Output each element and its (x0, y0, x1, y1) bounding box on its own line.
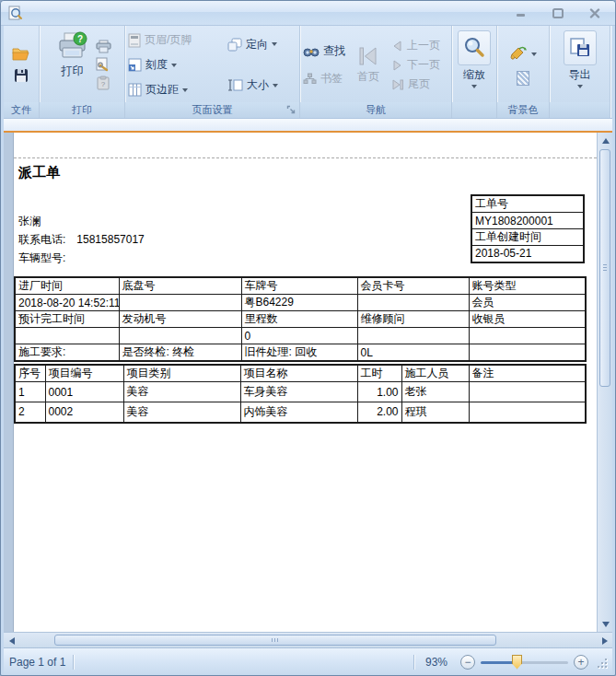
save-button[interactable] (14, 68, 29, 83)
bookmark-label: 书签 (320, 71, 343, 87)
table-cell: 2018-05-21 (471, 246, 584, 262)
table-cell (15, 328, 119, 344)
window-controls (510, 6, 606, 19)
prev-page-button[interactable]: 上一页 (391, 38, 440, 54)
scroll-down-button[interactable] (598, 616, 612, 632)
table-cell: 会员 (469, 295, 586, 311)
table-cell: 车身美容 (240, 382, 357, 402)
vertical-scrollbar[interactable] (597, 133, 612, 632)
group-label-zoom (452, 102, 496, 118)
print-preview-icon (7, 6, 23, 21)
margins-button[interactable]: 页边距 (128, 79, 188, 100)
prev-page-icon (391, 41, 403, 52)
ribbon-group-zoom: 缩放 (452, 26, 497, 118)
zoom-slider-thumb[interactable] (512, 655, 522, 670)
group-label-background: 背景色 (497, 102, 549, 118)
resize-grip[interactable] (596, 657, 607, 668)
export-label: 导出 (569, 67, 591, 83)
scroll-up-button[interactable] (598, 133, 612, 148)
zoom-out-button[interactable]: − (460, 655, 475, 670)
order-number-box: 工单号 MY1808200001 工单创建时间 2018-05-21 (471, 194, 585, 263)
ribbon: 文件 ? 打印 (4, 26, 612, 119)
table-cell: 底盘号 (119, 277, 241, 295)
export-button[interactable]: 导出 (560, 29, 600, 100)
zoom-label: 缩放 (463, 67, 485, 83)
minimize-button[interactable] (510, 6, 532, 19)
table-header-cell: 项目类别 (123, 365, 240, 382)
document-viewport: 派工单 张澜 联系电话:15815857017 车辆型号: 工单号 MY1808… (4, 133, 612, 632)
zoom-slider[interactable] (481, 655, 568, 670)
next-page-button[interactable]: 下一页 (391, 57, 440, 74)
find-button[interactable]: 查找 (303, 42, 345, 61)
ribbon-group-background: 背景色 (497, 26, 550, 118)
size-button[interactable]: 大小 (227, 75, 278, 96)
horizontal-scroll-thumb[interactable] (54, 635, 496, 646)
next-page-icon (391, 60, 403, 71)
table-cell: 预计完工时间 (15, 311, 119, 328)
table-cell: 1 (15, 382, 45, 402)
statusbar-separator (413, 655, 414, 670)
horizontal-scrollbar[interactable] (4, 632, 612, 647)
group-label-text: 文件 (11, 103, 31, 117)
ribbon-group-navigation: 查找 书签 (300, 26, 452, 118)
folder-open-icon (12, 47, 30, 61)
table-cell: 是否终检: 终检 (119, 344, 241, 362)
page-color-button[interactable] (509, 45, 537, 64)
table-cell: 2 (15, 402, 45, 423)
table-cell (119, 295, 241, 311)
table-row: 2 0002 美容 内饰美容 2.00 程琪 (15, 402, 586, 423)
scale-button[interactable]: 刻度 (128, 54, 177, 76)
bookmark-button[interactable]: 书签 (303, 70, 343, 88)
table-cell: 程琪 (401, 402, 469, 423)
table-cell: 账号类型 (469, 277, 586, 295)
table-cell: 2018-08-20 14:52:11 (15, 295, 119, 311)
document-title: 派工单 (18, 164, 60, 181)
scroll-right-button[interactable] (597, 633, 612, 648)
header-footer-button[interactable]: 页眉/页脚 (128, 29, 192, 51)
table-header-cell: 项目名称 (240, 365, 357, 382)
quick-print-button[interactable] (96, 40, 111, 53)
thumb-grip (272, 638, 279, 642)
last-page-icon (391, 79, 404, 90)
table-cell: 工单创建时间 (471, 229, 584, 246)
phone-value: 15815857017 (76, 233, 144, 246)
table-cell: 1.00 (357, 382, 401, 402)
page-indicator: Page 1 of 1 (9, 656, 65, 669)
zoom-percentage: 93% (422, 656, 451, 669)
table-row: 预计完工时间 发动机号 里程数 维修顾问 收银员 (15, 311, 586, 328)
page-margin-line (14, 157, 597, 158)
group-label-file: 文件 (4, 102, 39, 118)
zoom-in-button[interactable]: + (574, 655, 588, 670)
vertical-scroll-thumb[interactable] (599, 149, 610, 387)
magnifier-icon (458, 30, 491, 65)
print-options-button[interactable] (96, 57, 110, 72)
ribbon-group-page-setup: 页眉/页脚 刻度 (125, 26, 300, 118)
arrow-left-icon (9, 637, 15, 645)
next-page-label: 下一页 (407, 57, 440, 73)
scale-label: 刻度 (145, 57, 168, 73)
size-label: 大小 (247, 77, 269, 93)
orientation-label: 定向 (246, 37, 268, 52)
dialog-launcher-button[interactable] (286, 105, 296, 115)
first-page-icon (356, 45, 380, 67)
maximize-button[interactable] (547, 6, 569, 19)
table-cell: 2.00 (357, 402, 401, 423)
print-button[interactable]: ? 打印 (53, 29, 92, 100)
close-button[interactable] (584, 6, 606, 19)
last-page-button[interactable]: 尾页 (391, 76, 430, 93)
watermark-button[interactable] (517, 71, 529, 86)
orientation-button[interactable]: 定向 (227, 34, 277, 55)
open-button[interactable] (12, 47, 30, 61)
first-page-button[interactable]: 首页 (353, 44, 384, 86)
table-cell (469, 402, 586, 423)
zoom-button[interactable]: 缩放 (454, 29, 494, 100)
table-cell: 0002 (45, 402, 123, 423)
ribbon-bottom-strip (4, 119, 612, 133)
scroll-left-button[interactable] (4, 633, 19, 648)
chevron-down-icon (273, 84, 278, 87)
print-selection-button[interactable]: ? (97, 76, 110, 90)
table-cell: 进厂时间 (15, 277, 119, 295)
clipboard-icon: ? (97, 76, 110, 90)
table-cell (119, 328, 241, 344)
options-icon (96, 57, 110, 72)
